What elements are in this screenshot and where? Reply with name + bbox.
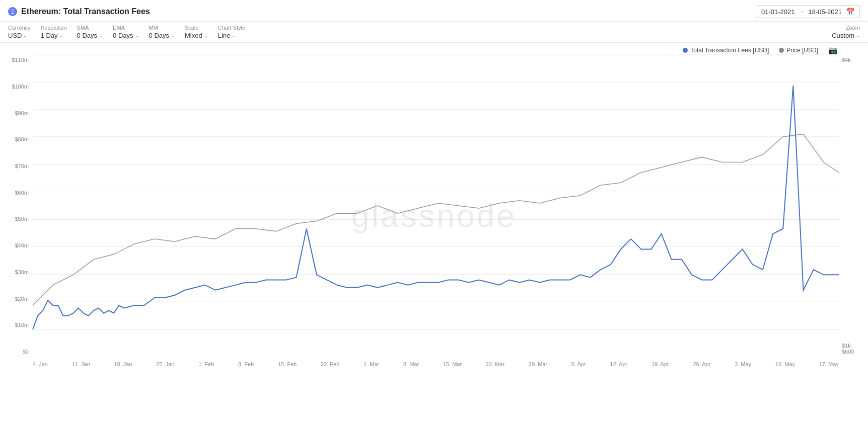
x-tick: 18. Jan bbox=[114, 361, 132, 367]
page-header: Ξ Ethereum: Total Transaction Fees 01-01… bbox=[0, 0, 868, 22]
chart-style-chevron-icon: ⌄ bbox=[232, 33, 236, 38]
ema-value: 0 Days bbox=[113, 32, 133, 39]
x-tick: 8. Feb bbox=[238, 361, 254, 367]
zoom-select[interactable]: Custom ⌄ bbox=[832, 32, 860, 39]
scale-chevron-icon: ⌄ bbox=[204, 33, 208, 38]
x-tick: 17. May bbox=[819, 361, 839, 367]
ema-select[interactable]: 0 Days ⌄ bbox=[113, 32, 138, 39]
x-tick: 4. Jan bbox=[33, 361, 48, 367]
date-arrow-icon: → bbox=[799, 9, 805, 15]
scale-select[interactable]: Mixed ⌄ bbox=[185, 32, 208, 39]
legend-label-fees: Total Transaction Fees [USD] bbox=[690, 47, 769, 54]
zoom-chevron-icon: ⌄ bbox=[856, 33, 860, 38]
sma-label: SMA bbox=[77, 25, 103, 31]
legend-item-price: Price [USD] bbox=[779, 47, 818, 54]
y-tick-left: $40m bbox=[0, 242, 33, 248]
x-tick: 1. Feb bbox=[198, 361, 214, 367]
y-tick-left: $90m bbox=[0, 110, 33, 116]
resolution-value: 1 Day bbox=[41, 32, 58, 39]
y-tick-left: $20m bbox=[0, 296, 33, 302]
resolution-chevron-icon: ⌄ bbox=[59, 33, 63, 38]
y-tick-left: $80m bbox=[0, 136, 33, 142]
date-end: 18-05-2021 bbox=[809, 8, 842, 16]
currency-select[interactable]: USD ⌄ bbox=[8, 32, 31, 39]
x-tick: 22. Mar bbox=[486, 361, 504, 367]
calendar-icon[interactable]: 📅 bbox=[846, 8, 854, 16]
legend-dot-fees bbox=[683, 48, 688, 53]
chart-style-selector[interactable]: Chart Style Line ⌄ bbox=[218, 25, 245, 39]
y-tick-left: $0 bbox=[0, 349, 33, 355]
ema-label: EMA bbox=[113, 25, 138, 31]
scale-value: Mixed bbox=[185, 32, 202, 39]
y-tick-left: $70m bbox=[0, 163, 33, 169]
mm-selector[interactable]: MM 0 Days ⌄ bbox=[149, 25, 175, 39]
date-start: 01-01-2021 bbox=[761, 8, 795, 16]
y-axis-left: $0$10m$20m$30m$40m$50m$60m$70m$80m$90m$1… bbox=[0, 55, 33, 357]
scale-selector[interactable]: Scale Mixed ⌄ bbox=[185, 25, 208, 39]
y-tick-left: $100m bbox=[0, 83, 33, 90]
fees-line bbox=[33, 86, 839, 329]
x-tick: 10. May bbox=[775, 361, 795, 367]
x-tick: 12. Apr bbox=[610, 361, 627, 367]
x-tick: 8. Mar bbox=[403, 361, 419, 367]
y-tick-right-600: $600 bbox=[839, 349, 868, 355]
title-row: Ξ Ethereum: Total Transaction Fees bbox=[8, 7, 150, 16]
mm-label: MM bbox=[149, 25, 175, 31]
currency-chevron-icon: ⌄ bbox=[23, 33, 27, 38]
legend-dot-price bbox=[779, 48, 784, 53]
y-tick-left: $30m bbox=[0, 269, 33, 275]
chart-legend: Total Transaction Fees [USD] Price [USD]… bbox=[0, 43, 868, 55]
camera-icon[interactable]: 📷 bbox=[828, 46, 838, 55]
x-tick: 22. Feb bbox=[321, 361, 339, 367]
date-range-box[interactable]: 01-01-2021 → 18-05-2021 📅 bbox=[756, 5, 860, 18]
y-tick-left: $110m bbox=[0, 57, 33, 63]
toolbar: Currency USD ⌄ Resolution 1 Day ⌄ SMA 0 … bbox=[0, 22, 868, 43]
x-tick: 25. Jan bbox=[156, 361, 174, 367]
chart-svg bbox=[33, 55, 839, 357]
sma-selector[interactable]: SMA 0 Days ⌄ bbox=[77, 25, 103, 39]
zoom-value: Custom bbox=[832, 32, 854, 39]
legend-item-fees: Total Transaction Fees [USD] bbox=[683, 47, 769, 54]
mm-value: 0 Days bbox=[149, 32, 169, 39]
mm-chevron-icon: ⌄ bbox=[171, 33, 175, 38]
chart-style-select[interactable]: Line ⌄ bbox=[218, 32, 245, 39]
mm-select[interactable]: 0 Days ⌄ bbox=[149, 32, 175, 39]
resolution-label: Resolution bbox=[41, 25, 67, 31]
x-tick: 29. Mar bbox=[529, 361, 547, 367]
x-tick: 19. Apr bbox=[652, 361, 669, 367]
scale-label: Scale bbox=[185, 25, 208, 31]
eth-icon: Ξ bbox=[8, 7, 17, 16]
y-tick-left: $10m bbox=[0, 322, 33, 328]
sma-select[interactable]: 0 Days ⌄ bbox=[77, 32, 103, 39]
chart-svg-container bbox=[33, 55, 839, 357]
ema-selector[interactable]: EMA 0 Days ⌄ bbox=[113, 25, 138, 39]
x-tick: 15. Mar bbox=[443, 361, 462, 367]
currency-label: Currency bbox=[8, 25, 31, 31]
eth-symbol: Ξ bbox=[11, 9, 14, 15]
chart-area: glassnode $0$10m$20m$30m$40m$50m$60m$70m… bbox=[0, 55, 868, 377]
y-tick-left: $60m bbox=[0, 190, 33, 196]
x-axis: 4. Jan11. Jan18. Jan25. Jan1. Feb8. Feb1… bbox=[33, 359, 839, 377]
zoom-selector[interactable]: Zoom Custom ⌄ bbox=[832, 25, 860, 39]
toolbar-left: Currency USD ⌄ Resolution 1 Day ⌄ SMA 0 … bbox=[8, 25, 245, 39]
resolution-selector[interactable]: Resolution 1 Day ⌄ bbox=[41, 25, 67, 39]
y-tick-right-1k: $1k bbox=[839, 343, 868, 349]
page-title: Ethereum: Total Transaction Fees bbox=[21, 7, 150, 16]
x-tick: 26. Apr bbox=[693, 361, 710, 367]
resolution-select[interactable]: 1 Day ⌄ bbox=[41, 32, 67, 39]
sma-value: 0 Days bbox=[77, 32, 97, 39]
legend-label-price: Price [USD] bbox=[786, 47, 818, 54]
x-tick: 15. Feb bbox=[278, 361, 297, 367]
y-tick-left: $50m bbox=[0, 216, 33, 222]
currency-selector[interactable]: Currency USD ⌄ bbox=[8, 25, 31, 39]
x-tick: 3. May bbox=[735, 361, 751, 367]
zoom-label: Zoom bbox=[846, 25, 860, 31]
chart-style-value: Line bbox=[218, 32, 231, 39]
currency-value: USD bbox=[8, 32, 22, 39]
y-tick-right-4k: $4k bbox=[839, 57, 868, 63]
x-tick: 11. Jan bbox=[72, 361, 90, 367]
x-tick: 5. Apr bbox=[571, 361, 586, 367]
sma-chevron-icon: ⌄ bbox=[99, 33, 103, 38]
y-axis-right: $4k $1k $600 bbox=[839, 55, 868, 357]
chart-style-label: Chart Style bbox=[218, 25, 245, 31]
